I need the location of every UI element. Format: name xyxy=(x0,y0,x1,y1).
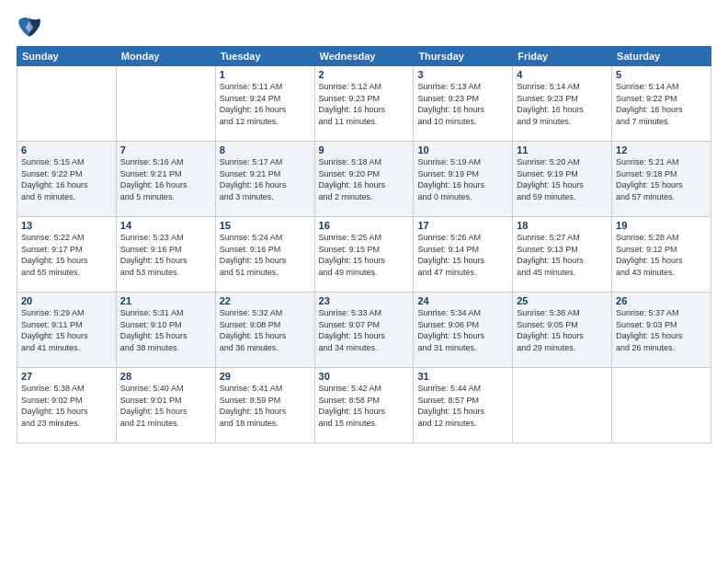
day-number: 12 xyxy=(616,144,707,155)
calendar-cell xyxy=(612,368,711,443)
calendar-cell: 6Sunrise: 5:15 AM Sunset: 9:22 PM Daylig… xyxy=(17,142,117,217)
day-number: 25 xyxy=(517,295,608,306)
calendar-cell: 16Sunrise: 5:25 AM Sunset: 9:15 PM Dayli… xyxy=(314,217,414,293)
day-info: Sunrise: 5:29 AM Sunset: 9:11 PM Dayligh… xyxy=(21,307,112,353)
weekday-header-thursday: Thursday xyxy=(414,47,513,66)
calendar-cell: 14Sunrise: 5:23 AM Sunset: 9:16 PM Dayli… xyxy=(116,217,215,293)
day-number: 5 xyxy=(616,69,707,80)
day-number: 4 xyxy=(517,69,608,80)
day-number: 13 xyxy=(21,220,112,231)
calendar-week-3: 13Sunrise: 5:22 AM Sunset: 9:17 PM Dayli… xyxy=(17,217,711,293)
day-number: 7 xyxy=(120,144,211,155)
calendar-cell: 15Sunrise: 5:24 AM Sunset: 9:16 PM Dayli… xyxy=(215,217,314,293)
day-info: Sunrise: 5:36 AM Sunset: 9:05 PM Dayligh… xyxy=(517,307,608,353)
day-number: 23 xyxy=(319,295,410,306)
day-number: 18 xyxy=(517,220,608,231)
weekday-header-saturday: Saturday xyxy=(612,47,711,66)
weekday-header-wednesday: Wednesday xyxy=(314,47,414,66)
day-info: Sunrise: 5:42 AM Sunset: 8:58 PM Dayligh… xyxy=(319,383,410,429)
day-info: Sunrise: 5:34 AM Sunset: 9:06 PM Dayligh… xyxy=(417,307,508,353)
day-info: Sunrise: 5:26 AM Sunset: 9:14 PM Dayligh… xyxy=(417,232,508,278)
calendar-cell xyxy=(116,66,215,142)
calendar-week-1: 1Sunrise: 5:11 AM Sunset: 9:24 PM Daylig… xyxy=(17,66,711,142)
calendar-cell: 24Sunrise: 5:34 AM Sunset: 9:06 PM Dayli… xyxy=(414,293,513,368)
day-info: Sunrise: 5:13 AM Sunset: 9:23 PM Dayligh… xyxy=(417,81,508,127)
day-info: Sunrise: 5:44 AM Sunset: 8:57 PM Dayligh… xyxy=(417,383,508,429)
calendar-cell: 12Sunrise: 5:21 AM Sunset: 9:18 PM Dayli… xyxy=(612,142,711,217)
weekday-header-friday: Friday xyxy=(513,47,612,66)
calendar-table: SundayMondayTuesdayWednesdayThursdayFrid… xyxy=(17,46,711,443)
day-number: 26 xyxy=(616,295,707,306)
calendar-cell: 22Sunrise: 5:32 AM Sunset: 9:08 PM Dayli… xyxy=(215,293,314,368)
calendar-cell: 11Sunrise: 5:20 AM Sunset: 9:19 PM Dayli… xyxy=(513,142,612,217)
day-info: Sunrise: 5:41 AM Sunset: 8:59 PM Dayligh… xyxy=(220,383,311,429)
day-number: 3 xyxy=(417,69,508,80)
day-info: Sunrise: 5:22 AM Sunset: 9:17 PM Dayligh… xyxy=(21,232,112,278)
logo xyxy=(17,15,46,40)
day-number: 1 xyxy=(220,69,311,80)
calendar-cell: 1Sunrise: 5:11 AM Sunset: 9:24 PM Daylig… xyxy=(215,66,314,142)
day-info: Sunrise: 5:32 AM Sunset: 9:08 PM Dayligh… xyxy=(220,307,311,353)
calendar-cell: 21Sunrise: 5:31 AM Sunset: 9:10 PM Dayli… xyxy=(116,293,215,368)
day-info: Sunrise: 5:14 AM Sunset: 9:22 PM Dayligh… xyxy=(616,81,707,127)
day-number: 29 xyxy=(220,371,311,382)
day-info: Sunrise: 5:15 AM Sunset: 9:22 PM Dayligh… xyxy=(21,156,112,202)
day-info: Sunrise: 5:20 AM Sunset: 9:19 PM Dayligh… xyxy=(517,156,608,202)
day-info: Sunrise: 5:12 AM Sunset: 9:23 PM Dayligh… xyxy=(319,81,410,127)
day-info: Sunrise: 5:23 AM Sunset: 9:16 PM Dayligh… xyxy=(120,232,211,278)
day-info: Sunrise: 5:37 AM Sunset: 9:03 PM Dayligh… xyxy=(616,307,707,353)
day-number: 8 xyxy=(220,144,311,155)
day-number: 28 xyxy=(120,371,211,382)
day-number: 11 xyxy=(517,144,608,155)
calendar-cell: 20Sunrise: 5:29 AM Sunset: 9:11 PM Dayli… xyxy=(17,293,117,368)
calendar-cell: 8Sunrise: 5:17 AM Sunset: 9:21 PM Daylig… xyxy=(215,142,314,217)
day-info: Sunrise: 5:28 AM Sunset: 9:12 PM Dayligh… xyxy=(616,232,707,278)
calendar-cell: 18Sunrise: 5:27 AM Sunset: 9:13 PM Dayli… xyxy=(513,217,612,293)
header xyxy=(17,11,711,40)
calendar-cell: 25Sunrise: 5:36 AM Sunset: 9:05 PM Dayli… xyxy=(513,293,612,368)
day-number: 27 xyxy=(21,371,112,382)
day-info: Sunrise: 5:19 AM Sunset: 9:19 PM Dayligh… xyxy=(417,156,508,202)
page: SundayMondayTuesdayWednesdayThursdayFrid… xyxy=(0,0,728,563)
weekday-header-tuesday: Tuesday xyxy=(215,47,314,66)
day-info: Sunrise: 5:21 AM Sunset: 9:18 PM Dayligh… xyxy=(616,156,707,202)
day-number: 22 xyxy=(220,295,311,306)
day-number: 24 xyxy=(417,295,508,306)
calendar-cell: 26Sunrise: 5:37 AM Sunset: 9:03 PM Dayli… xyxy=(612,293,711,368)
calendar-cell xyxy=(513,368,612,443)
calendar-cell: 31Sunrise: 5:44 AM Sunset: 8:57 PM Dayli… xyxy=(414,368,513,443)
calendar-cell xyxy=(17,66,117,142)
day-info: Sunrise: 5:25 AM Sunset: 9:15 PM Dayligh… xyxy=(319,232,410,278)
day-number: 9 xyxy=(319,144,410,155)
calendar-cell: 10Sunrise: 5:19 AM Sunset: 9:19 PM Dayli… xyxy=(414,142,513,217)
day-number: 21 xyxy=(120,295,211,306)
calendar-week-4: 20Sunrise: 5:29 AM Sunset: 9:11 PM Dayli… xyxy=(17,293,711,368)
calendar-cell: 4Sunrise: 5:14 AM Sunset: 9:23 PM Daylig… xyxy=(513,66,612,142)
day-info: Sunrise: 5:24 AM Sunset: 9:16 PM Dayligh… xyxy=(220,232,311,278)
calendar-week-2: 6Sunrise: 5:15 AM Sunset: 9:22 PM Daylig… xyxy=(17,142,711,217)
calendar-cell: 29Sunrise: 5:41 AM Sunset: 8:59 PM Dayli… xyxy=(215,368,314,443)
day-number: 30 xyxy=(319,371,410,382)
day-number: 6 xyxy=(21,144,112,155)
day-info: Sunrise: 5:40 AM Sunset: 9:01 PM Dayligh… xyxy=(120,383,211,429)
day-number: 31 xyxy=(417,371,508,382)
logo-icon xyxy=(17,15,42,40)
calendar-cell: 2Sunrise: 5:12 AM Sunset: 9:23 PM Daylig… xyxy=(314,66,414,142)
calendar-cell: 5Sunrise: 5:14 AM Sunset: 9:22 PM Daylig… xyxy=(612,66,711,142)
calendar-cell: 17Sunrise: 5:26 AM Sunset: 9:14 PM Dayli… xyxy=(414,217,513,293)
day-number: 15 xyxy=(220,220,311,231)
day-info: Sunrise: 5:16 AM Sunset: 9:21 PM Dayligh… xyxy=(120,156,211,202)
calendar-cell: 9Sunrise: 5:18 AM Sunset: 9:20 PM Daylig… xyxy=(314,142,414,217)
day-number: 2 xyxy=(319,69,410,80)
calendar-cell: 23Sunrise: 5:33 AM Sunset: 9:07 PM Dayli… xyxy=(314,293,414,368)
day-info: Sunrise: 5:14 AM Sunset: 9:23 PM Dayligh… xyxy=(517,81,608,127)
day-info: Sunrise: 5:17 AM Sunset: 9:21 PM Dayligh… xyxy=(220,156,311,202)
day-number: 16 xyxy=(319,220,410,231)
weekday-header-monday: Monday xyxy=(116,47,215,66)
day-number: 17 xyxy=(417,220,508,231)
day-info: Sunrise: 5:18 AM Sunset: 9:20 PM Dayligh… xyxy=(319,156,410,202)
weekday-header-sunday: Sunday xyxy=(17,47,117,66)
day-info: Sunrise: 5:11 AM Sunset: 9:24 PM Dayligh… xyxy=(220,81,311,127)
day-info: Sunrise: 5:38 AM Sunset: 9:02 PM Dayligh… xyxy=(21,383,112,429)
day-info: Sunrise: 5:27 AM Sunset: 9:13 PM Dayligh… xyxy=(517,232,608,278)
